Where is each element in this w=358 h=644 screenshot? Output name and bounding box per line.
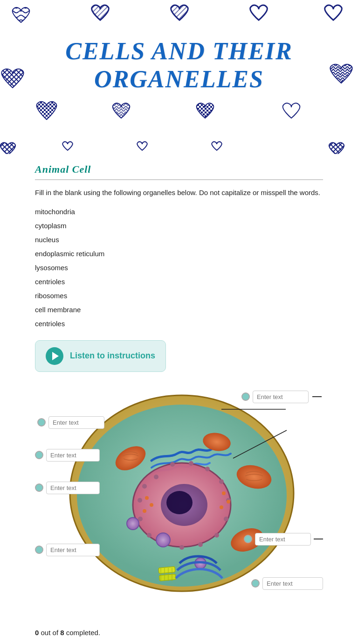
svg-point-30: [166, 491, 193, 514]
label-input-1[interactable]: [253, 391, 309, 403]
diagram-label-2: [37, 416, 104, 429]
diagram-label-6: [35, 544, 100, 556]
diagram-label-5: [244, 533, 323, 546]
label-input-5[interactable]: [255, 533, 311, 546]
svg-point-34: [145, 496, 149, 500]
svg-point-35: [150, 503, 153, 507]
svg-point-31: [156, 533, 170, 547]
svg-point-28: [138, 517, 143, 521]
svg-rect-41: [159, 574, 176, 581]
progress-label: out of: [41, 629, 59, 637]
progress-total: 8: [60, 629, 64, 637]
svg-point-37: [222, 491, 226, 495]
label-input-3[interactable]: [46, 449, 100, 462]
list-item: lysosomes: [35, 261, 323, 275]
svg-point-18: [189, 461, 193, 466]
list-item: cytoplasm: [35, 219, 323, 233]
header: Cells and their Organelles: [0, 0, 358, 154]
label-line-5: [314, 539, 323, 539]
label-line-1: [312, 396, 322, 397]
label-input-4[interactable]: [46, 482, 100, 494]
list-item: ribosomes: [35, 289, 323, 303]
label-dot-7: [251, 579, 260, 588]
progress-footer: 0 out of 8 completed.: [0, 624, 358, 644]
svg-point-17: [170, 462, 175, 467]
listen-label: Listen to instructions: [70, 351, 155, 361]
play-icon: [46, 347, 63, 365]
list-item: cell membrane: [35, 303, 323, 317]
diagram-label-7: [251, 577, 323, 590]
label-input-2[interactable]: [48, 416, 104, 429]
list-item: centrioles: [35, 275, 323, 289]
svg-point-33: [127, 518, 139, 530]
label-dot-3: [35, 451, 43, 459]
organelle-list: mitochondria cytoplasm nucleus endoplasm…: [35, 205, 323, 331]
label-dot-2: [37, 418, 46, 427]
svg-point-20: [219, 479, 224, 484]
svg-point-25: [179, 545, 184, 550]
svg-point-15: [142, 484, 147, 489]
svg-point-16: [154, 475, 158, 479]
svg-point-27: [147, 533, 151, 538]
svg-point-38: [227, 500, 230, 504]
list-item: nucleus: [35, 233, 323, 247]
label-dot-5: [244, 535, 252, 543]
cell-diagram: [35, 381, 324, 610]
diagram-label-1: [241, 391, 322, 403]
svg-point-39: [220, 505, 223, 509]
svg-point-14: [138, 498, 142, 503]
svg-point-19: [205, 467, 210, 471]
diagram-label-3: [35, 449, 100, 462]
progress-current: 0: [35, 629, 39, 637]
svg-point-22: [224, 517, 228, 521]
label-dot-6: [35, 546, 43, 554]
svg-point-36: [143, 509, 146, 513]
svg-point-24: [198, 542, 203, 547]
diagram-label-4: [35, 482, 100, 494]
list-item: endoplasmic reticulum: [35, 247, 323, 261]
main-content: Animal Cell Fill in the blank using the …: [0, 154, 358, 624]
label-input-7[interactable]: [262, 577, 323, 590]
instructions-text: Fill in the blank using the following or…: [35, 188, 323, 198]
page-title: Cells and their Organelles: [0, 9, 358, 103]
list-item: mitochondria: [35, 205, 323, 219]
list-item: centrioles: [35, 317, 323, 331]
section-title: Animal Cell: [35, 163, 323, 180]
svg-point-23: [214, 533, 219, 538]
label-dot-1: [241, 392, 250, 401]
label-dot-4: [35, 483, 43, 492]
progress-suffix: completed.: [66, 629, 100, 637]
label-input-6[interactable]: [46, 544, 100, 556]
listen-button[interactable]: Listen to instructions: [35, 340, 166, 372]
